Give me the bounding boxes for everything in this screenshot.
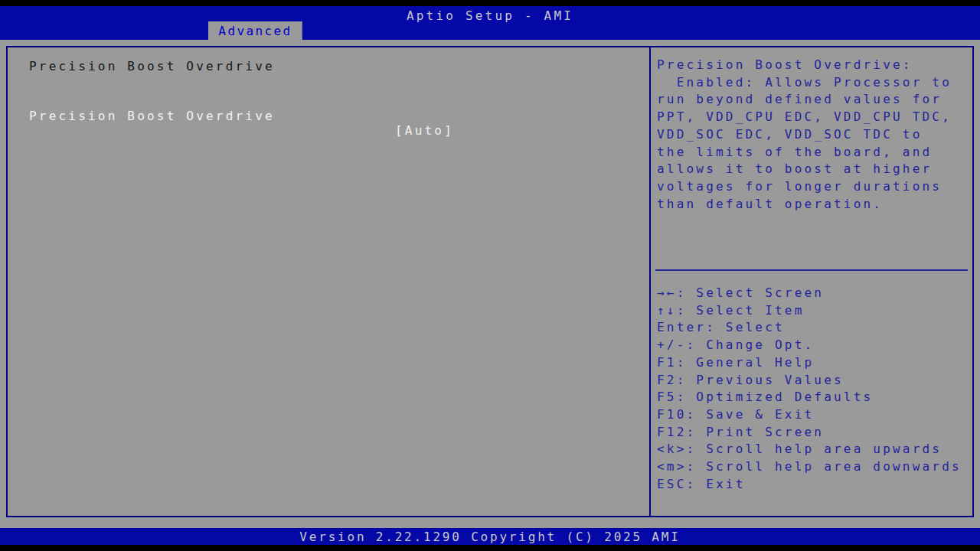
title-bar: Aptio Setup - AMI Advanced [0, 6, 980, 40]
app-title: Aptio Setup - AMI [0, 8, 980, 23]
legend-line: Enter: Select [657, 319, 962, 337]
tab-advanced[interactable]: Advanced [208, 21, 302, 40]
legend-line: F12: Print Screen [657, 424, 962, 442]
help-text: Precision Boost Overdrive: Enabled: Allo… [657, 57, 952, 213]
help-divider [655, 269, 968, 271]
version-text: Version 2.22.1290 Copyright (C) 2025 AMI [299, 530, 680, 544]
legend-line: ESC: Exit [657, 476, 962, 494]
legend-line: F1: General Help [657, 354, 962, 372]
section-title: Precision Boost Overdrive [29, 59, 275, 73]
legend-line: F5: Optimized Defaults [657, 389, 962, 406]
legend-line: ↑↓: Select Item [657, 302, 962, 320]
legend-line: F2: Previous Values [657, 372, 962, 390]
help-line: than default operation. [657, 196, 952, 214]
help-line: run beyond defined values for [657, 91, 952, 109]
footer-bar: Version 2.22.1290 Copyright (C) 2025 AMI [0, 528, 980, 545]
help-line: the limits of the board, and [657, 144, 952, 161]
legend-line: →←: Select Screen [657, 285, 962, 302]
body-area: Precision Boost Overdrive Precision Boos… [0, 40, 980, 528]
main-panel: Precision Boost Overdrive Precision Boos… [6, 46, 974, 517]
bios-setup-screen: Aptio Setup - AMI Advanced Precision Boo… [0, 0, 980, 551]
setting-value[interactable]: [Auto] [395, 123, 454, 138]
setting-row-precision-boost-overdrive[interactable]: Precision Boost Overdrive [Auto] [8, 94, 649, 109]
legend-line: <m>: Scroll help area downwards [657, 458, 962, 476]
help-line: voltages for longer durations [657, 178, 952, 196]
help-line: Precision Boost Overdrive: [657, 57, 952, 74]
help-pane: Precision Boost Overdrive: Enabled: Allo… [651, 47, 972, 516]
legend-line: F10: Save & Exit [657, 406, 962, 424]
help-line: PPT, VDD_CPU EDC, VDD_CPU TDC, [657, 109, 952, 126]
legend-line: <k>: Scroll help area upwards [657, 441, 962, 458]
help-line: allows it to boost at higher [657, 161, 952, 178]
settings-pane: Precision Boost Overdrive Precision Boos… [8, 47, 649, 516]
help-line: VDD_SOC EDC, VDD_SOC TDC to [657, 126, 952, 144]
help-line: Enabled: Allows Processor to [657, 74, 952, 92]
key-legend: →←: Select Screen ↑↓: Select Item Enter:… [657, 285, 962, 493]
legend-line: +/-: Change Opt. [657, 337, 962, 354]
setting-label: Precision Boost Overdrive [29, 109, 275, 123]
